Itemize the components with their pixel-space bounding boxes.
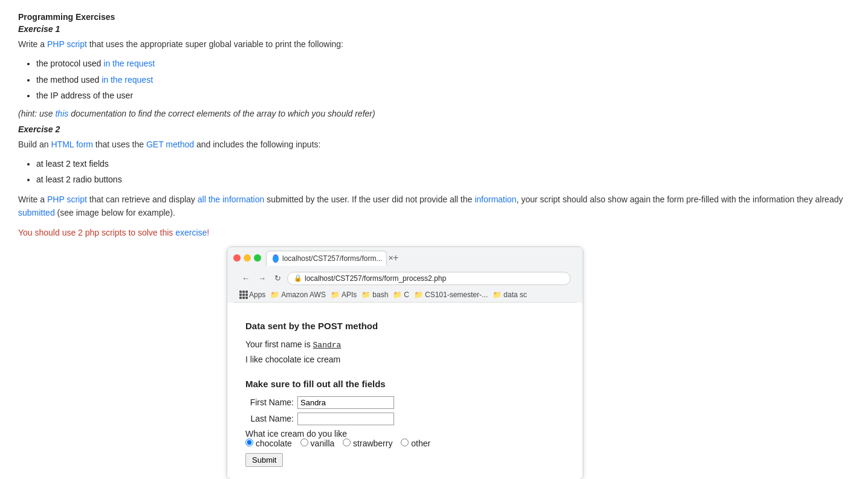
exercise1-list: the protocol used in the request the met…: [36, 57, 850, 102]
refresh-button[interactable]: ↻: [272, 272, 283, 284]
address-text: localhost/CST257/forms/form_process2.php: [305, 274, 446, 283]
bookmark-bash[interactable]: 📁bash: [361, 291, 388, 299]
browser-tab[interactable]: 🌐 localhost/CST257/forms/form... ✕: [266, 251, 387, 266]
page-title: Programming Exercises: [18, 12, 850, 22]
grid-dot: [239, 291, 242, 293]
last-name-row: Last Name:: [245, 413, 565, 425]
bm-label: CS101-semester-...: [425, 291, 488, 299]
first-name-input[interactable]: [297, 396, 394, 409]
exercise2-list: at least 2 text fields at least 2 radio …: [36, 157, 850, 187]
close-button[interactable]: [233, 254, 241, 262]
grid-dot: [245, 294, 248, 296]
minimize-button[interactable]: [244, 254, 251, 262]
hint-link[interactable]: this: [55, 109, 68, 118]
maximize-button[interactable]: [254, 254, 261, 262]
address-bar: ← → ↻ 🔒 localhost/CST257/forms/form_proc…: [233, 269, 577, 289]
last-name-input[interactable]: [297, 413, 394, 425]
form-section: First Name: Last Name: What ice cream do…: [245, 396, 565, 467]
radio-strawberry[interactable]: [343, 439, 351, 446]
browser-mockup: 🌐 localhost/CST257/forms/form... ✕ + ← →…: [227, 246, 583, 479]
bookmark-apis[interactable]: 📁APIs: [331, 291, 357, 299]
grid-dot: [242, 291, 245, 293]
folder-icon: 📁: [493, 291, 502, 299]
new-tab-button[interactable]: +: [389, 251, 402, 265]
desc-text2: that can retrieve and display all the in…: [18, 194, 843, 217]
exercise2-warning: You should use 2 php scripts to solve th…: [18, 226, 850, 239]
radio-other[interactable]: [401, 439, 409, 446]
radio-strawberry-label: strawberry: [343, 439, 395, 448]
traffic-lights: [233, 254, 261, 262]
folder-icon: 📁: [393, 291, 402, 299]
exercise1-title: Exercise 1: [18, 24, 850, 34]
first-name-line: Your first name is Sandra: [245, 339, 565, 350]
apps-bookmark[interactable]: Apps: [239, 291, 265, 299]
exercise1-hint: (hint: use this documentation to find th…: [18, 109, 850, 118]
first-name-row: First Name:: [245, 396, 565, 409]
first-name-label: First Name:: [245, 397, 294, 407]
folder-icon: 📁: [331, 291, 340, 299]
submit-button[interactable]: Submit: [245, 453, 283, 467]
page-container: Programming Exercises Exercise 1 Write a…: [18, 12, 850, 479]
desc-text1: Write a: [18, 194, 47, 204]
desc-php-link[interactable]: PHP script: [47, 194, 87, 204]
bm-label: APIs: [342, 291, 357, 299]
content-heading: Data sent by the POST method: [245, 321, 565, 331]
grid-dot: [245, 291, 248, 293]
hint-suffix: documentation to find the correct elemen…: [68, 109, 375, 118]
list-item: at least 2 radio buttons: [36, 173, 850, 186]
ice-cream-row: What ice cream do you like chocolate van…: [245, 429, 565, 448]
bullet-text: at least 2 text fields: [36, 159, 109, 169]
ice-cream-line: I like chocolate ice cream: [245, 355, 565, 364]
browser-chrome: 🌐 localhost/CST257/forms/form... ✕ + ← →…: [227, 247, 583, 303]
bookmarks-bar: Apps 📁Amazon AWS 📁APIs 📁bash 📁C 📁CS101-s…: [233, 289, 577, 303]
radio-chocolate-label: chocolate: [245, 439, 294, 448]
bookmark-c[interactable]: 📁C: [393, 291, 409, 299]
ex1-php-link[interactable]: PHP script: [47, 39, 87, 49]
forward-button[interactable]: →: [256, 272, 268, 284]
browser-titlebar: 🌐 localhost/CST257/forms/form... ✕ +: [233, 251, 577, 266]
exercise2-title: Exercise 2: [18, 124, 850, 134]
exercise1-intro: Write a PHP script that uses the appropr…: [18, 37, 850, 51]
hint-prefix: (hint: use: [18, 109, 55, 118]
grid-dot: [242, 294, 245, 296]
bullet-text: the protocol used in the request: [36, 59, 155, 68]
list-item: at least 2 text fields: [36, 157, 850, 170]
ex1-text2: that uses the appropriate super global v…: [87, 39, 343, 49]
address-field[interactable]: 🔒 localhost/CST257/forms/form_process2.p…: [287, 272, 571, 285]
ex2-intro-text: Build an HTML form that uses the GET met…: [18, 140, 320, 149]
folder-icon: 📁: [414, 291, 423, 299]
first-name-prefix: Your first name is: [245, 339, 313, 349]
bm-label: C: [404, 291, 409, 299]
bullet-text: the method used in the request: [36, 75, 153, 85]
bm-label: bash: [372, 291, 388, 299]
exercise2-intro: Build an HTML form that uses the GET met…: [18, 138, 850, 151]
first-name-value: Sandra: [313, 341, 342, 350]
folder-icon: 📁: [270, 291, 279, 299]
list-item: the method used in the request: [36, 73, 850, 86]
radio-chocolate[interactable]: [245, 439, 253, 446]
bm-label: data sc: [504, 291, 527, 299]
bookmark-amazon-aws[interactable]: 📁Amazon AWS: [270, 291, 326, 299]
radio-question: What ice cream do you like: [245, 429, 347, 439]
bookmark-data-sc[interactable]: 📁data sc: [493, 291, 527, 299]
bm-label: Amazon AWS: [281, 291, 326, 299]
back-button[interactable]: ←: [239, 272, 252, 284]
grid-dot: [239, 294, 242, 296]
apps-label: Apps: [249, 291, 265, 299]
tab-favicon-icon: 🌐: [273, 254, 279, 263]
exercise1-section: Exercise 1 Write a PHP script that uses …: [18, 24, 850, 118]
grid-dot: [239, 297, 242, 299]
radio-vanilla-label: vanilla: [300, 439, 337, 448]
radio-vanilla[interactable]: [300, 439, 308, 446]
browser-content: Data sent by the POST method Your first …: [227, 303, 583, 479]
grid-dot: [242, 297, 245, 299]
bookmark-cs101[interactable]: 📁CS101-semester-...: [414, 291, 488, 299]
warning-heading: Make sure to fill out all the fields: [245, 379, 565, 389]
ex1-text1: Write a: [18, 39, 47, 49]
svg-text:🌐: 🌐: [273, 256, 279, 262]
last-name-label: Last Name:: [245, 414, 294, 423]
bullet-text: at least 2 radio buttons: [36, 175, 122, 184]
grid-dot: [245, 297, 248, 299]
exercise2-description: Write a PHP script that can retrieve and…: [18, 193, 850, 220]
radio-other-label: other: [401, 439, 430, 448]
